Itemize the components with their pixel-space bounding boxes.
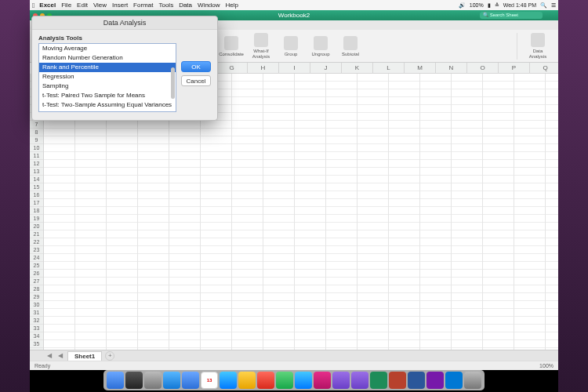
row-header[interactable]: 29 (30, 293, 43, 301)
ribbon-btn-6[interactable]: Consolidate (217, 31, 245, 61)
analysis-option[interactable]: Random Number Generation (39, 53, 176, 63)
new-sheet-button[interactable]: + (105, 351, 114, 361)
ribbon-btn-data-analysis[interactable]: DataAnalysis (521, 31, 555, 61)
notification-center-icon[interactable]: ☰ (551, 2, 556, 9)
dock-app-15[interactable] (389, 372, 406, 389)
analysis-option[interactable]: Moving Average (39, 44, 176, 53)
menu-app[interactable]: Excel (39, 2, 56, 9)
col-header[interactable]: O (467, 63, 499, 73)
row-header[interactable]: 11 (30, 152, 43, 160)
zoom-level[interactable]: 100% (539, 361, 554, 370)
row-header[interactable]: 10 (30, 144, 43, 152)
sheet-nav-first[interactable]: ◀ (45, 352, 53, 359)
listbox-scrollbar[interactable] (171, 67, 175, 99)
clock[interactable]: Wed 1:48 PM (503, 2, 536, 8)
row-header[interactable]: 35 (30, 340, 43, 348)
dock-app-5[interactable]: 13 (201, 372, 218, 389)
row-header[interactable]: 25 (30, 262, 43, 270)
analysis-option[interactable]: Regression (39, 72, 176, 82)
dock-app-1[interactable] (125, 372, 143, 389)
analysis-option[interactable]: Rank and Percentile (39, 63, 176, 72)
row-header[interactable]: 7 (30, 121, 43, 129)
dock-app-9[interactable] (276, 372, 293, 389)
cancel-button[interactable]: Cancel (181, 75, 211, 86)
row-header[interactable]: 24 (30, 254, 43, 262)
col-header[interactable]: J (310, 63, 342, 73)
analysis-option[interactable]: t-Test: Two-Sample Assuming Equal Varian… (39, 100, 176, 110)
search-sheet-input[interactable]: 🔍 Search Sheet (480, 12, 543, 19)
col-header[interactable]: L (373, 63, 405, 73)
row-header[interactable]: 30 (30, 301, 43, 309)
ribbon-btn-7[interactable]: What-If Analysis (247, 31, 275, 61)
wifi-icon[interactable]: ≙ (495, 2, 499, 9)
battery-status[interactable]: 100% (470, 2, 484, 8)
analysis-option[interactable]: t-Test: Paired Two Sample for Means (39, 91, 176, 100)
row-header[interactable]: 21 (30, 230, 43, 238)
ribbon-btn-9[interactable]: Ungroup (307, 31, 335, 61)
menu-help[interactable]: Help (226, 2, 238, 9)
row-header[interactable]: 13 (30, 168, 43, 176)
menu-edit[interactable]: Edit (77, 2, 88, 9)
col-header[interactable]: K (342, 63, 373, 73)
row-header[interactable]: 8 (30, 129, 43, 136)
dock-app-13[interactable] (351, 372, 368, 389)
row-header[interactable]: 32 (30, 317, 43, 325)
col-header[interactable]: H (248, 63, 279, 73)
row-header[interactable]: 18 (30, 207, 43, 215)
row-header[interactable]: 9 (30, 136, 43, 144)
row-header[interactable]: 19 (30, 215, 43, 223)
ribbon-btn-10[interactable]: Subtotal (336, 31, 365, 61)
menu-insert[interactable]: Insert (112, 2, 128, 9)
dock-app-10[interactable] (295, 372, 312, 389)
row-header[interactable]: 20 (30, 223, 43, 230)
row-header[interactable]: 33 (30, 325, 43, 332)
dock-app-0[interactable] (107, 372, 124, 389)
volume-icon[interactable]: 🔊 (459, 2, 466, 9)
row-header[interactable]: 27 (30, 278, 43, 285)
row-header[interactable]: 15 (30, 183, 43, 191)
dock-app-16[interactable] (408, 372, 425, 389)
sheet-tab-active[interactable]: Sheet1 (67, 351, 102, 361)
apple-menu-icon[interactable]:  (32, 2, 34, 9)
dock-app-12[interactable] (332, 372, 350, 389)
col-header[interactable]: Q (530, 63, 558, 73)
row-header[interactable]: 34 (30, 332, 43, 340)
col-header[interactable]: N (436, 63, 467, 73)
dock-app-8[interactable] (257, 372, 274, 389)
dock-app-19[interactable] (464, 372, 481, 389)
col-header[interactable]: M (405, 63, 436, 73)
row-header[interactable]: 17 (30, 199, 43, 207)
menu-view[interactable]: View (93, 2, 107, 9)
ok-button[interactable]: OK (181, 61, 211, 72)
dock-app-3[interactable] (163, 372, 180, 389)
spotlight-icon[interactable]: 🔍 (540, 2, 547, 9)
analysis-option[interactable]: Sampling (39, 82, 176, 91)
row-header[interactable]: 23 (30, 246, 43, 254)
row-header[interactable]: 22 (30, 238, 43, 246)
dock-app-17[interactable] (426, 372, 444, 389)
menu-file[interactable]: File (61, 2, 71, 9)
analysis-tools-listbox[interactable]: Moving AverageRandom Number GenerationRa… (38, 43, 176, 112)
row-header[interactable]: 16 (30, 191, 43, 199)
row-header[interactable]: 12 (30, 160, 43, 168)
row-header[interactable]: 28 (30, 285, 43, 293)
dock-app-11[interactable] (314, 372, 331, 389)
menu-tools[interactable]: Tools (158, 2, 173, 9)
dock-app-7[interactable] (238, 372, 256, 389)
dock-app-4[interactable] (182, 372, 199, 389)
analysis-option[interactable]: t-Test: Two-Sample Assuming Unequal Vari… (39, 110, 176, 112)
row-header[interactable]: 31 (30, 309, 43, 317)
dock-app-18[interactable] (445, 372, 463, 389)
row-header[interactable]: 26 (30, 270, 43, 278)
ribbon-btn-8[interactable]: Group (277, 31, 305, 61)
dock-app-6[interactable] (220, 372, 237, 389)
menu-window[interactable]: Window (198, 2, 220, 9)
row-header[interactable]: 14 (30, 176, 43, 183)
menu-data[interactable]: Data (179, 2, 192, 9)
dock-app-14[interactable] (370, 372, 387, 389)
col-header[interactable]: G (216, 63, 248, 73)
dock-app-2[interactable] (144, 372, 162, 389)
menu-format[interactable]: Format (133, 2, 153, 9)
col-header[interactable]: P (499, 63, 530, 73)
sheet-nav-prev[interactable]: ◀ (56, 352, 64, 359)
